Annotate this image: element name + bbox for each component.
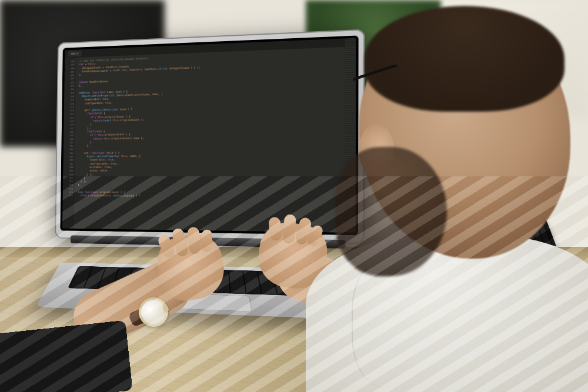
beard <box>335 147 447 276</box>
editor-tab[interactable]: app.js <box>68 51 82 56</box>
finger <box>283 214 296 244</box>
tablet-corner <box>0 320 133 392</box>
laptop-lid: app.js 418419420421422423424425426427428… <box>55 29 365 244</box>
finger <box>201 229 212 252</box>
code-editor-screen: app.js 418419420421422423424425426427428… <box>62 38 356 233</box>
shirt-seam <box>352 259 435 388</box>
code-area[interactable]: // Add the remaining (directly-bound) ha… <box>74 38 345 232</box>
hair <box>365 6 564 112</box>
photo-scene: app.js 418419420421422423424425426427428… <box>0 0 588 392</box>
